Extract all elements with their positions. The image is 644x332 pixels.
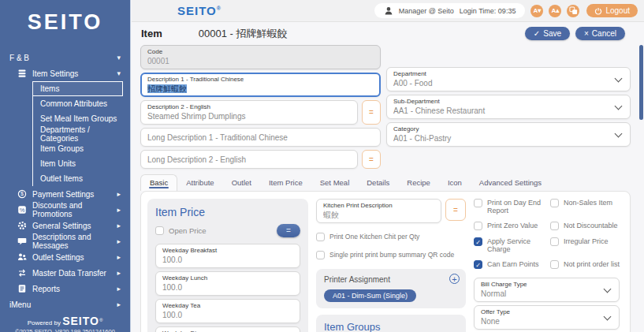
logout-button[interactable]: Logout (586, 4, 638, 17)
sidebar: SEITO F & B ▾ Item Settings ▾ Items Comm… (0, 0, 131, 332)
open-price-checkbox[interactable] (155, 226, 164, 235)
topbar: SEITO® Manager @ Seito Login Time: 09:35… (132, 0, 644, 22)
sidebar-item-set-meal-item-groups[interactable]: Set Meal Item Groups (33, 111, 123, 126)
coin-icon: $ (17, 189, 27, 199)
option-non-sales-item[interactable]: Non-Sales Item (550, 199, 624, 214)
price-field-weekday-breakfast[interactable]: Weekday Breakfast 100.0 (155, 244, 300, 268)
code-field: Code 00001 (140, 45, 381, 69)
sidebar-item-item-units[interactable]: Item Units (33, 156, 123, 171)
font-decrease-button[interactable]: A▾ (530, 5, 543, 17)
tab-set-meal[interactable]: Set Meal (311, 175, 359, 191)
sidebar-item-master-data-transfer[interactable]: Master Data Transfer ▸ (0, 265, 130, 281)
bill-charge-type-select[interactable]: Bill Charge Type Normal (474, 278, 620, 302)
chat-bubble-icon (17, 237, 27, 246)
sub-department-select[interactable]: Sub-Department AA1 - Chinese Restaurant (386, 95, 631, 119)
transfer-arrows-icon (17, 268, 27, 278)
sidebar-item-item-settings[interactable]: Item Settings ▾ (0, 65, 130, 81)
chevron-right-icon: ▸ (117, 253, 121, 261)
sidebar-item-outlet-items[interactable]: Outlet Items (33, 171, 123, 186)
powered-by: Powered by SEITO® (0, 315, 130, 327)
option-not-print-order-list[interactable]: Not print order list (550, 260, 624, 269)
sidebar-item-item-groups[interactable]: Item Groups (33, 141, 123, 156)
sidebar-item-items[interactable]: Items (33, 81, 123, 96)
svg-text:%: % (20, 207, 25, 214)
item-price-title: Item Price (155, 206, 300, 218)
chevron-down-icon (615, 74, 623, 82)
item-price-panel: Item Price Open Price = Weekday Breakfas… (147, 199, 308, 332)
people-icon (17, 252, 27, 262)
chevron-right-icon: ▸ (117, 300, 121, 308)
sidebar-item-payment-settings[interactable]: $ Payment Settings ▸ (0, 186, 130, 202)
sidebar-item-discounts-promotions[interactable]: % Discounts and Promotions ▸ (0, 202, 130, 218)
cancel-button[interactable]: × Cancel (575, 27, 625, 40)
tab-basic[interactable]: Basic (140, 174, 177, 191)
user-pill[interactable]: Manager @ Seito Login Time: 09:35 (374, 3, 526, 18)
page-head: Item 00001 - 招牌鮮蝦餃 ✓ Save × Cancel (132, 22, 644, 45)
category-select[interactable]: Category A01 - Chi-Pastry (386, 122, 631, 147)
description2-field[interactable]: Description 2 - English Steamed Shrimp D… (140, 100, 358, 125)
add-printer-button[interactable]: + (449, 274, 460, 284)
long-description1-field[interactable]: Long Description 1 - Traditional Chinese (140, 128, 381, 147)
sidebar-logo: SEITO (0, 0, 130, 50)
description1-field[interactable]: Description 1 - Traditional Chinese 招牌鮮蝦… (140, 73, 381, 97)
tab-recipe[interactable]: Recipe (398, 175, 439, 191)
sidebar-item-imenu[interactable]: iMenu ▸ (0, 297, 130, 312)
option-apply-service-charge[interactable]: ✓Apply Service Charge (474, 237, 547, 253)
price-field-weekday-tea[interactable]: Weekday Tea 100.0 (155, 299, 300, 323)
check-icon: ✓ (534, 29, 540, 38)
sidebar-item-fnb[interactable]: F & B ▾ (0, 50, 130, 65)
item-settings-submenu: Items Common Attributes Set Meal Item Gr… (32, 81, 130, 186)
selected-text: 招牌鮮蝦餃 (147, 84, 187, 93)
one-chit-checkbox[interactable] (316, 233, 325, 241)
kitchen-print-description-field[interactable]: Kitchen Print Description 蝦餃 (316, 199, 441, 223)
basic-tab-panel: Item Price Open Price = Weekday Breakfas… (140, 191, 631, 332)
price-field-weekday-dinner[interactable]: Weekday Dinner 100.0 (155, 326, 300, 332)
printer-tag[interactable]: A01 - Dim-Sum (Single) (324, 289, 416, 302)
department-select[interactable]: Department A00 - Food (386, 67, 631, 91)
long-description2-field[interactable]: Long Description 2 - English (140, 150, 358, 169)
tab-details[interactable]: Details (358, 175, 398, 191)
sidebar-item-outlet-settings[interactable]: Outlet Settings ▸ (0, 249, 130, 265)
tab-advanced-settings[interactable]: Advanced Settings (471, 175, 550, 191)
sidebar-nav: F & B ▾ Item Settings ▾ Items Common Att… (0, 50, 130, 312)
copy-long-description-button[interactable]: = (362, 150, 381, 169)
option-can-earn-points[interactable]: ✓Can Earn Points (474, 260, 547, 269)
open-price-label: Open Price (169, 226, 207, 235)
option-print-zero-value[interactable]: Print Zero Value (474, 222, 547, 230)
font-increase-button[interactable]: A▴ (549, 5, 561, 17)
save-button[interactable]: ✓ Save (525, 27, 570, 40)
option-print-day-end[interactable]: Print on Day End Report (474, 199, 547, 214)
option-not-discountable[interactable]: Not Discountable (550, 222, 624, 230)
chevron-right-icon: ▸ (117, 269, 121, 277)
equalize-prices-button[interactable]: = (277, 224, 300, 237)
price-field-weekday-lunch[interactable]: Weekday Lunch 100.0 (155, 271, 300, 296)
language-button[interactable] (567, 5, 579, 17)
tab-item-price[interactable]: Item Price (260, 175, 311, 191)
copy-description-button[interactable]: = (362, 100, 381, 125)
sidebar-item-reports[interactable]: Reports ▸ (0, 281, 130, 297)
tab-attribute[interactable]: Attribute (177, 175, 222, 191)
sidebar-item-departments-categories[interactable]: Departments / Categories (33, 126, 123, 141)
gear-icon (17, 221, 27, 230)
sidebar-item-general-settings[interactable]: General Settings ▸ (0, 218, 130, 233)
chevron-right-icon: ▸ (117, 285, 121, 293)
item-groups-panel: Item Groups Items Group 006 - Dim Sum Ki… (316, 315, 466, 332)
sidebar-item-common-attributes[interactable]: Common Attributes (33, 96, 123, 111)
percent-icon: % (17, 205, 27, 214)
chevron-right-icon: ▸ (117, 190, 121, 198)
user-label: Manager @ Seito (399, 7, 454, 15)
vertical-scrollbar[interactable] (639, 45, 643, 120)
tab-icon[interactable]: Icon (439, 175, 471, 191)
tab-outlet[interactable]: Outlet (223, 175, 260, 191)
offer-type-select[interactable]: Offer Type None (474, 305, 620, 330)
sidebar-item-descriptions-messages[interactable]: Descriptions and Messages ▸ (0, 233, 130, 249)
copy-kitchen-description-button[interactable]: = (445, 199, 466, 221)
login-time: Login Time: 09:35 (460, 7, 516, 15)
printer-assignment-panel: Printer Assignment + A01 - Dim-Sum (Sing… (316, 269, 466, 308)
option-irregular-price[interactable]: Irregular Price (550, 237, 624, 253)
qr-summary-checkbox[interactable] (316, 251, 325, 259)
powered-brand: SEITO (62, 315, 99, 327)
main-content: Code 00001 Description 1 - Traditional C… (132, 45, 644, 332)
chevron-down-icon (604, 312, 612, 320)
brand-logo: SEITO® (177, 4, 221, 17)
